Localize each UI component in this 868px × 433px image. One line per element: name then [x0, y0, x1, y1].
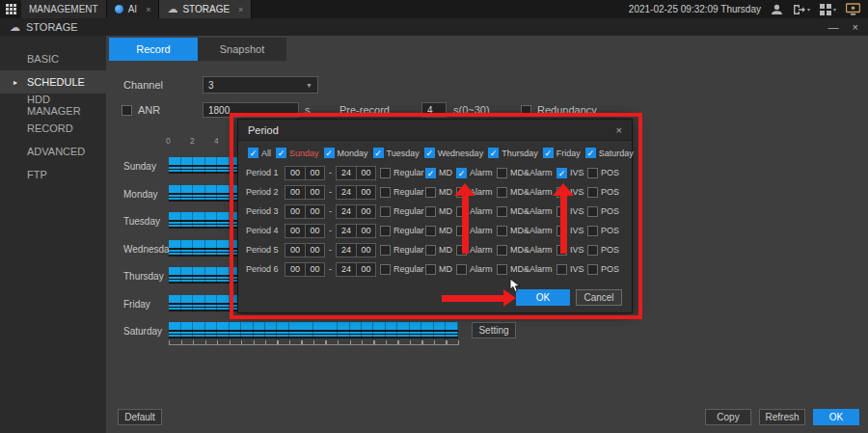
sidebar-item-advanced[interactable]: ADVANCED [0, 140, 106, 163]
day-label-monday: Monday [123, 189, 158, 200]
annotation-highlight-rectangle [230, 113, 642, 319]
tab-snapshot-label: Snapshot [220, 43, 264, 55]
tab-storage[interactable]: ☁ STORAGE × [159, 0, 252, 18]
ok-button-main[interactable]: OK [813, 409, 859, 425]
day-label-sunday: Sunday [123, 161, 156, 172]
tab-ai[interactable]: AI × [107, 0, 160, 18]
storage-sidebar: BASIC ▸SCHEDULE HDD MANAGER RECORD ADVAN… [0, 36, 106, 433]
day-label-saturday: Saturday [123, 326, 162, 337]
sidebar-item-label: BASIC [27, 53, 59, 65]
anr-label: ANR [138, 104, 160, 116]
display-output-button[interactable] [846, 3, 860, 15]
storage-window-bar: ☁ STORAGE — × [0, 18, 868, 36]
grid-menu-icon [6, 4, 16, 14]
nvr-management-screen: MANAGEMENT AI × ☁ STORAGE × 2021-02-25 0… [0, 0, 868, 433]
tab-storage-label: STORAGE [182, 4, 230, 14]
time-tick: 4 [214, 136, 219, 146]
tab-storage-close-icon[interactable]: × [238, 5, 243, 14]
day-label-tuesday: Tuesday [123, 216, 160, 227]
annotation-arrow-ivs [553, 183, 574, 254]
apps-caret-icon: ▾ [833, 6, 836, 13]
logout-button[interactable]: ▾ [793, 4, 810, 15]
refresh-button[interactable]: Refresh [759, 409, 805, 425]
window-close-icon[interactable]: × [853, 21, 858, 33]
day-label-friday: Friday [123, 299, 150, 310]
sidebar-item-label: ADVANCED [27, 146, 85, 157]
anr-checkbox[interactable] [122, 105, 132, 116]
default-button-label: Default [124, 412, 155, 422]
channel-select-value: 3 [208, 80, 214, 91]
tab-management[interactable]: MANAGEMENT [21, 0, 107, 18]
ai-app-icon [115, 5, 123, 14]
copy-button-label: Copy [717, 412, 739, 422]
day-label-wednesday: Wednesday [123, 244, 175, 255]
tab-ai-label: AI [128, 4, 137, 14]
user-icon [771, 4, 783, 15]
sidebar-item-label: FTP [27, 169, 47, 180]
top-tab-bar: MANAGEMENT AI × ☁ STORAGE × 2021-02-25 0… [0, 0, 868, 18]
tab-snapshot[interactable]: Snapshot [198, 38, 286, 61]
channel-label: Channel [123, 79, 163, 91]
active-item-arrow-icon: ▸ [14, 78, 17, 87]
apps-grid-icon [820, 4, 831, 15]
ok-button-label: OK [829, 412, 843, 422]
topbar-right-cluster: 2021-02-25 09:32:09 Thursday ▾ ▾ [629, 0, 868, 18]
time-tick: 2 [190, 136, 195, 146]
tab-record-label: Record [136, 43, 170, 55]
tab-record[interactable]: Record [109, 38, 198, 61]
day-label-thursday: Thursday [123, 271, 164, 282]
window-minimize-icon[interactable]: — [828, 21, 839, 33]
apps-grid-button[interactable]: ▾ [820, 4, 836, 15]
sidebar-item-ftp[interactable]: FTP [0, 163, 106, 186]
copy-button[interactable]: Copy [705, 409, 751, 425]
system-datetime: 2021-02-25 09:32:09 Thursday [629, 4, 761, 14]
channel-select[interactable]: 3 ▼ [203, 76, 318, 94]
logout-icon [793, 4, 805, 15]
annotation-arrow-ok [442, 289, 516, 307]
timeline-bottom-ruler [169, 340, 459, 345]
chevron-down-icon: ▼ [306, 82, 312, 89]
sidebar-item-schedule[interactable]: ▸SCHEDULE [0, 70, 106, 94]
window-title: STORAGE [26, 21, 78, 33]
sidebar-item-hdd-manager[interactable]: HDD MANAGER [0, 94, 106, 117]
setting-button-label: Setting [478, 325, 508, 336]
schedule-bar-saturday[interactable] [169, 322, 458, 338]
sidebar-item-record[interactable]: RECORD [0, 117, 106, 140]
storage-cloud-icon: ☁ [167, 3, 177, 15]
sidebar-item-label: SCHEDULE [27, 76, 85, 88]
mouse-cursor [509, 278, 523, 297]
monitor-camera-icon [846, 3, 860, 15]
sidebar-item-basic[interactable]: BASIC [0, 47, 106, 70]
main-menu-button[interactable] [0, 0, 21, 18]
setting-button-saturday[interactable]: Setting [472, 322, 516, 338]
sidebar-item-label: RECORD [27, 122, 73, 134]
tab-ai-close-icon[interactable]: × [146, 5, 150, 14]
user-account-button[interactable] [771, 4, 783, 15]
refresh-button-label: Refresh [765, 412, 799, 422]
default-button[interactable]: Default [118, 409, 162, 425]
time-tick: 0 [166, 136, 171, 146]
logout-caret-icon: ▾ [807, 6, 810, 13]
sidebar-item-label: HDD MANAGER [27, 94, 106, 117]
annotation-arrow-alarm [454, 183, 475, 254]
tab-management-label: MANAGEMENT [29, 4, 98, 14]
anr-input-value: 1800 [208, 105, 230, 116]
window-cloud-icon: ☁ [10, 21, 20, 34]
